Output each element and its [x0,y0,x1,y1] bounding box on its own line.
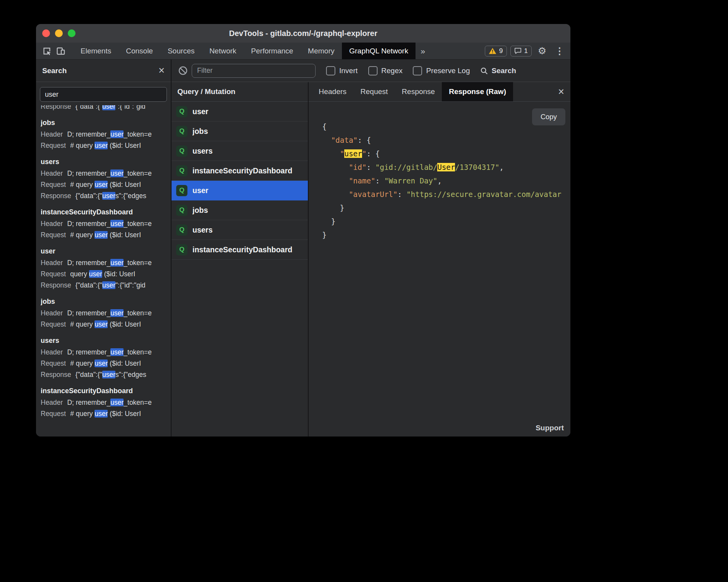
devtools-tab-performance[interactable]: Performance [244,43,300,59]
checkbox-box-preserve-log[interactable] [413,66,422,75]
window-title: DevTools - gitlab.com/-/graphql-explorer [229,29,377,38]
support-link[interactable]: Support [536,424,564,432]
toolbar-search[interactable]: Search [480,67,516,75]
search-result-response[interactable]: Response{"data":{"users":{"edges [41,190,166,202]
clear-icon[interactable] [176,64,189,77]
query-list-header: Query / Mutation [172,82,308,102]
issues-badge[interactable]: 1 [510,46,532,56]
search-result-label: Request [41,231,66,239]
search-match: user [110,130,124,138]
search-result-heading: jobs [41,117,166,129]
query-row-jobs[interactable]: Qjobs [172,200,308,220]
search-result-request[interactable]: Request# query user ($id: UserI [41,140,166,151]
search-result-heading: instanceSecurityDashboard [41,385,166,397]
search-result-request[interactable]: Request# query user ($id: UserI [41,229,166,241]
search-result-response[interactable]: Response{"data":{"user":{"id":"gid [41,280,166,291]
search-result-request[interactable]: Request# query user ($id: UserI [41,408,166,419]
search-match: user [94,359,108,367]
detail-tab-headers[interactable]: Headers [312,82,354,101]
toolbar-search-label: Search [491,67,516,75]
toolbar-right: 9 1 ⚙ ⋮ [485,44,570,58]
devtools-tab-graphql-network[interactable]: GraphQL Network [342,43,416,59]
query-type-badge: Q [176,165,187,176]
query-label: users [192,147,213,156]
checkbox-regex[interactable]: Regex [368,66,403,75]
query-type-badge: Q [176,224,187,236]
network-toolbar: InvertRegexPreserve Log Search [172,60,570,82]
search-result-header[interactable]: HeaderD; remember_user_token=e [41,218,166,229]
search-result-request[interactable]: Requestquery user ($id: UserI [41,269,166,280]
search-match: user [94,181,108,188]
close-window-button[interactable] [42,29,50,37]
search-result-header[interactable]: HeaderD; remember_user_token=e [41,308,166,319]
detail-tab-response[interactable]: Response [395,82,442,101]
query-list-panel: Query / Mutation QuserQjobsQusersQinstan… [172,82,309,436]
search-result-header[interactable]: HeaderD; remember_user_token=e [41,347,166,358]
query-label: user [192,107,208,116]
settings-gear-icon[interactable]: ⚙ [535,44,549,58]
checkbox-invert[interactable]: Invert [326,66,358,75]
search-match: user [110,309,124,317]
search-result-header[interactable]: HeaderD; remember_user_token=e [41,257,166,269]
query-row-users[interactable]: Qusers [172,141,308,161]
search-result-request[interactable]: Request# query user ($id: UserI [41,358,166,369]
checkbox-label: Preserve Log [426,67,470,75]
search-result-heading: jobs [41,296,166,308]
search-result-label: Header [41,169,63,177]
device-toolbar-icon[interactable] [54,44,68,58]
devtools-tab-memory[interactable]: Memory [300,43,342,59]
search-result-heading: instanceSecurityDashboard [41,206,166,218]
devtools-tab-network[interactable]: Network [202,43,244,59]
devtools-tabs: ElementsConsoleSourcesNetworkPerformance… [73,43,416,59]
minimize-window-button[interactable] [55,29,63,37]
detail-tabs-list: HeadersRequestResponseResponse (Raw) [312,82,513,101]
search-result-header[interactable]: HeaderD; remember_user_token=e [41,168,166,179]
json-line: "id": "gid://gitlab/User/13704317", [322,161,570,174]
copy-button[interactable]: Copy [532,108,565,125]
detail-panel: HeadersRequestResponseResponse (Raw) × C… [309,82,570,436]
close-search-icon[interactable]: × [158,65,165,76]
devtools-tab-console[interactable]: Console [118,43,160,59]
query-row-user[interactable]: Quser [172,102,308,122]
search-result-response[interactable]: Response{"data":{"user":{"id":"gid [41,105,166,112]
search-match: user [110,169,124,177]
json-line: } [322,215,570,228]
warnings-badge[interactable]: 9 [485,46,507,56]
inspect-element-icon[interactable] [40,44,54,58]
query-label: jobs [192,206,208,215]
query-label: user [192,186,208,195]
devtools-tab-sources[interactable]: Sources [160,43,202,59]
message-bubble-icon [514,48,522,54]
query-row-user[interactable]: Quser [172,181,308,200]
devtools-tab-elements[interactable]: Elements [73,43,118,59]
checkbox-preserve-log[interactable]: Preserve Log [413,66,470,75]
search-match: user [110,220,124,228]
search-result-label: Header [41,309,63,317]
checkbox-box-invert[interactable] [326,66,335,75]
fullscreen-window-button[interactable] [68,29,76,37]
search-result-label: Request [41,181,66,188]
query-row-users[interactable]: Qusers [172,220,308,240]
detail-tab-response-raw[interactable]: Response (Raw) [442,82,513,101]
query-row-instancesecuritydashboard[interactable]: QinstanceSecurityDashboard [172,161,308,181]
checkbox-box-regex[interactable] [368,66,378,75]
search-input[interactable] [40,87,167,102]
search-result-response[interactable]: Response{"data":{"users":{"edges [41,369,166,380]
kebab-menu-icon[interactable]: ⋮ [553,44,567,58]
search-result-request[interactable]: Request# query user ($id: UserI [41,319,166,330]
search-match: user [102,281,115,289]
search-result-header[interactable]: HeaderD; remember_user_token=e [41,129,166,140]
filter-input[interactable] [192,64,316,78]
detail-tab-request[interactable]: Request [354,82,395,101]
search-result-request[interactable]: Request# query user ($id: UserI [41,179,166,190]
more-tabs-chevron[interactable]: » [416,46,430,56]
search-panel: Search × Response{"data":{"user":{"id":"… [36,60,172,436]
search-match: user [102,192,115,200]
query-row-jobs[interactable]: Qjobs [172,122,308,141]
close-detail-icon[interactable]: × [552,87,570,97]
search-result-header[interactable]: HeaderD; remember_user_token=e [41,397,166,408]
search-panel-title: Search [42,67,67,75]
search-result-label: Request [41,142,66,149]
query-row-instancesecuritydashboard[interactable]: QinstanceSecurityDashboard [172,240,308,260]
query-type-badge: Q [176,106,187,117]
